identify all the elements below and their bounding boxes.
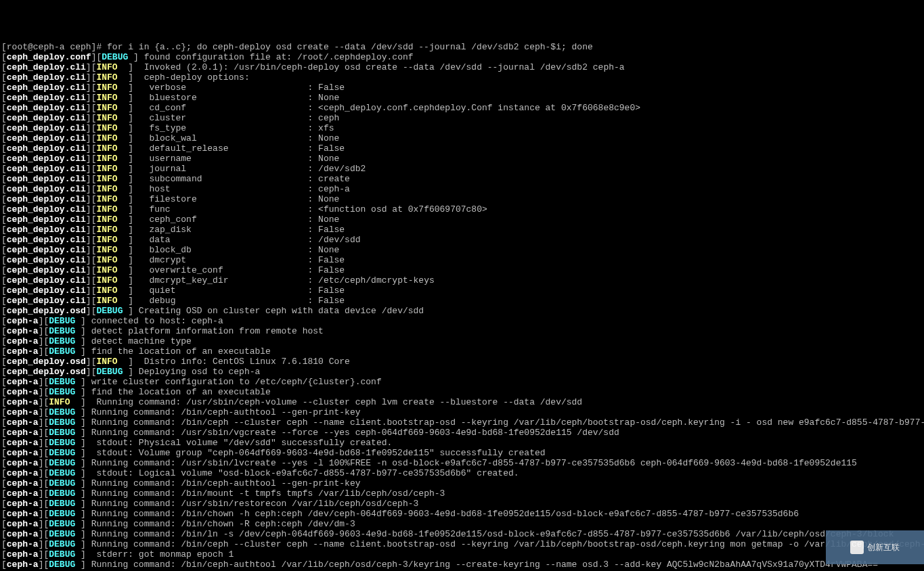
log-source: ceph-a <box>7 316 39 326</box>
log-source: ceph_deploy.cli <box>7 133 86 143</box>
log-source: ceph-a <box>7 539 39 549</box>
log-level: DEBUG <box>49 509 81 519</box>
log-level: INFO <box>96 83 128 93</box>
log-source: ceph_deploy.cli <box>7 164 86 174</box>
log-source: ceph-a <box>7 377 39 387</box>
log-source: ceph_deploy.cli <box>7 83 86 93</box>
log-source: ceph_deploy.cli <box>7 296 86 306</box>
log-level: INFO <box>96 357 128 367</box>
log-level: DEBUG <box>49 549 81 559</box>
log-line: [ceph-a][DEBUG ] find the location of an… <box>1 346 923 357</box>
log-source: ceph_deploy.osd <box>7 306 86 316</box>
log-line: [ceph_deploy.osd][DEBUG ] Creating OSD o… <box>1 306 923 316</box>
log-level: DEBUG <box>49 519 81 529</box>
log-level: DEBUG <box>49 499 81 509</box>
log-source: ceph-a <box>7 509 39 519</box>
log-line: [ceph-a][DEBUG ] Running command: /bin/l… <box>1 529 923 539</box>
log-source: ceph_deploy.cli <box>7 62 86 72</box>
log-level: INFO <box>96 184 128 194</box>
log-line: [ceph-a][DEBUG ] Running command: /bin/c… <box>1 478 923 488</box>
watermark-logo-icon <box>850 541 864 554</box>
log-line: [ceph-a][DEBUG ] Running command: /usr/s… <box>1 499 923 509</box>
log-line: [ceph-a][DEBUG ] Running command: /bin/c… <box>1 509 923 519</box>
log-source: ceph_deploy.cli <box>7 194 86 204</box>
command-prompt-line: [root@ceph-a ceph]# for i in {a..c}; do … <box>1 42 923 52</box>
log-line: [ceph_deploy.cli][INFO ] default_release… <box>1 143 923 154</box>
log-line: [ceph_deploy.cli][INFO ] dmcrypt_key_dir… <box>1 275 923 286</box>
log-source: ceph-a <box>7 417 39 428</box>
log-source: ceph_deploy.conf <box>7 52 91 62</box>
log-source: ceph_deploy.cli <box>7 225 86 235</box>
log-level: DEBUG <box>49 377 81 387</box>
log-line: [ceph_deploy.cli][INFO ] ceph-deploy opt… <box>1 72 923 83</box>
log-level: DEBUG <box>96 306 128 316</box>
log-line: [ceph-a][DEBUG ] Running command: /usr/s… <box>1 458 923 468</box>
log-line: [ceph_deploy.cli][INFO ] block_db : None <box>1 245 923 255</box>
log-level: INFO <box>96 62 128 72</box>
log-line: [ceph_deploy.cli][INFO ] debug : False <box>1 296 923 306</box>
log-level: DEBUG <box>102 52 133 62</box>
log-source: ceph-a <box>7 387 39 397</box>
log-line: [ceph-a][DEBUG ] Running command: /usr/s… <box>1 428 923 438</box>
log-line: [ceph_deploy.cli][INFO ] journal : /dev/… <box>1 164 923 174</box>
log-line: [ceph-a][DEBUG ] Running command: /bin/c… <box>1 539 923 549</box>
log-level: INFO <box>96 255 128 265</box>
log-level: DEBUG <box>49 387 81 397</box>
log-source: ceph-a <box>7 499 39 509</box>
log-level: DEBUG <box>49 458 81 468</box>
log-level: INFO <box>96 72 128 83</box>
log-level: DEBUG <box>49 417 81 428</box>
log-line: [ceph_deploy.cli][INFO ] data : /dev/sdd <box>1 235 923 245</box>
log-level: DEBUG <box>49 336 81 346</box>
log-line: [ceph-a][DEBUG ] Running command: /bin/c… <box>1 519 923 529</box>
log-line: [ceph-a][DEBUG ] Running command: /bin/c… <box>1 559 923 570</box>
log-source: ceph-a <box>7 336 39 346</box>
log-source: ceph-a <box>7 428 39 438</box>
log-line: [ceph-a][DEBUG ] Running command: /bin/c… <box>1 407 923 417</box>
log-line: [ceph_deploy.cli][INFO ] cluster : ceph <box>1 113 923 123</box>
log-line: [ceph_deploy.conf][DEBUG ] found configu… <box>1 52 923 62</box>
log-line: [ceph-a][DEBUG ] write cluster configura… <box>1 377 923 387</box>
log-source: ceph-a <box>7 397 39 407</box>
log-line: [ceph_deploy.cli][INFO ] ceph_conf : Non… <box>1 214 923 225</box>
log-level: INFO <box>96 265 128 275</box>
log-line: [ceph_deploy.osd][INFO ] Distro info: Ce… <box>1 357 923 367</box>
log-level: INFO <box>96 154 128 164</box>
log-line: [ceph-a][DEBUG ] find the location of an… <box>1 387 923 397</box>
log-line: [ceph_deploy.cli][INFO ] username : None <box>1 154 923 164</box>
log-source: ceph-a <box>7 529 39 539</box>
log-level: DEBUG <box>49 316 81 326</box>
log-line: [ceph-a][DEBUG ] detect platform informa… <box>1 326 923 336</box>
log-source: ceph_deploy.osd <box>7 367 86 377</box>
log-source: ceph-a <box>7 519 39 529</box>
log-level: INFO <box>96 113 128 123</box>
log-level: INFO <box>96 235 128 245</box>
log-level: DEBUG <box>49 448 81 458</box>
log-line: [ceph_deploy.cli][INFO ] fs_type : xfs <box>1 123 923 133</box>
log-level: INFO <box>96 93 128 103</box>
log-line: [ceph_deploy.cli][INFO ] dmcrypt : False <box>1 255 923 265</box>
log-line: [ceph-a][INFO ] Running command: /usr/sb… <box>1 397 923 407</box>
log-level: INFO <box>96 214 128 225</box>
watermark: 创新互联 <box>826 530 924 564</box>
log-source: ceph_deploy.cli <box>7 72 86 83</box>
log-line: [ceph-a][DEBUG ] stdout: Physical volume… <box>1 438 923 448</box>
log-source: ceph-a <box>7 488 39 499</box>
log-level: INFO <box>96 174 128 184</box>
log-level: DEBUG <box>49 428 81 438</box>
log-line: [ceph_deploy.osd][DEBUG ] Deploying osd … <box>1 367 923 377</box>
log-line: [ceph-a][DEBUG ] Running command: /bin/m… <box>1 488 923 499</box>
watermark-text: 创新互联 <box>867 543 900 553</box>
log-source: ceph_deploy.cli <box>7 245 86 255</box>
log-source: ceph_deploy.cli <box>7 214 86 225</box>
log-level: DEBUG <box>49 468 81 478</box>
log-source: ceph_deploy.cli <box>7 174 86 184</box>
log-source: ceph-a <box>7 549 39 559</box>
log-line: [ceph-a][DEBUG ] stdout: Logical volume … <box>1 468 923 478</box>
log-source: ceph-a <box>7 346 39 357</box>
log-level: DEBUG <box>49 529 81 539</box>
log-level: DEBUG <box>49 326 81 336</box>
log-source: ceph-a <box>7 458 39 468</box>
terminal-output[interactable]: [root@ceph-a ceph]# for i in {a..c}; do … <box>1 42 923 571</box>
log-level: INFO <box>96 286 128 296</box>
